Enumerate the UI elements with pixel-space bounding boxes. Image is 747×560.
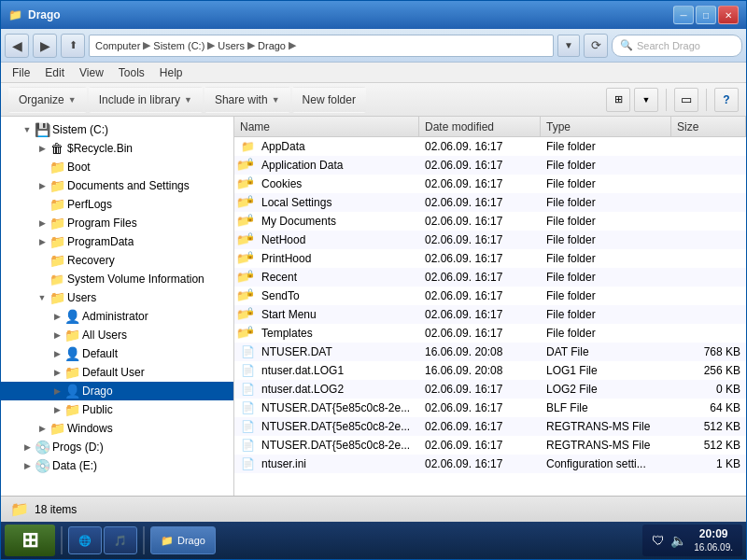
taskbar-item-media[interactable]: 🎵 [104, 526, 137, 554]
table-row[interactable]: 📄 ntuser.dat.LOG1 16.06.09. 20:08 LOG1 F… [234, 361, 746, 380]
sidebar-item-default[interactable]: ▶ 👤 Default [1, 344, 233, 363]
table-row[interactable]: 📄 ntuser.ini 02.06.09. 16:17 Configurati… [234, 455, 746, 473]
menu-tools[interactable]: Tools [111, 64, 152, 81]
table-row[interactable]: 📄 NTUSER.DAT{5e85c0c8-2e... 02.06.09. 16… [234, 399, 746, 417]
sidebar-item-boot[interactable]: 📁 Boot [1, 158, 233, 176]
taskbar-item-ie[interactable]: 🌐 [68, 526, 102, 554]
sidebar-item-windows[interactable]: ▶ 📁 Windows [1, 419, 233, 438]
file-name-label: Recent [261, 271, 297, 284]
table-row[interactable]: 📁🔒 Application Data 02.06.09. 16:17 File… [234, 156, 746, 175]
file-cell-name: 📁🔒 My Documents [234, 214, 419, 229]
file-type-label: File folder [546, 140, 596, 153]
minimize-button[interactable]: ─ [673, 6, 694, 24]
file-cell-type: File folder [541, 327, 671, 340]
refresh-button[interactable]: ⟳ [584, 34, 608, 58]
tree-label-perflogs: PerfLogs [67, 198, 112, 211]
tree-toggle-progs[interactable]: ▶ [20, 440, 35, 455]
breadcrumb-drago[interactable]: Drago [258, 40, 286, 51]
menu-help[interactable]: Help [152, 64, 190, 81]
table-row[interactable]: 📁🔒 NetHood 02.06.09. 16:17 File folder [234, 231, 746, 249]
table-row[interactable]: 📁🔒 PrintHood 02.06.09. 16:17 File folder [234, 249, 746, 268]
table-row[interactable]: 📄 NTUSER.DAT{5e85c0c8-2e... 02.06.09. 16… [234, 436, 746, 455]
breadcrumb-users[interactable]: Users [218, 40, 245, 51]
breadcrumb-sistem[interactable]: Sistem (C:) [153, 40, 204, 51]
include-library-button[interactable]: Include in library ▼ [89, 87, 203, 113]
taskbar-item-explorer[interactable]: 📁 Drago [150, 526, 216, 554]
preview-button[interactable]: ▭ [674, 88, 698, 112]
share-button[interactable]: Share with ▼ [204, 87, 290, 113]
tree-toggle-srecycle[interactable]: ▶ [35, 141, 49, 156]
sidebar-item-recovery[interactable]: 📁 Recovery [1, 251, 233, 270]
file-name-label: NetHood [261, 233, 305, 246]
sidebar-item-perflogs[interactable]: 📁 PerfLogs [1, 195, 233, 214]
col-header-name[interactable]: Name [234, 117, 419, 136]
forward-button[interactable]: ▶ [33, 34, 57, 58]
table-row[interactable]: 📁 AppData 02.06.09. 16:17 File folder [234, 137, 746, 156]
sidebar-item-srecycle[interactable]: ▶ 🗑 $Recycle.Bin [1, 139, 233, 158]
sidebar-item-docs[interactable]: ▶ 📁 Documents and Settings [1, 176, 233, 195]
close-button[interactable]: ✕ [718, 6, 739, 24]
start-button[interactable]: ⊞ [5, 525, 55, 556]
help-button[interactable]: ? [714, 88, 739, 112]
tree-toggle-default[interactable]: ▶ [49, 346, 64, 361]
table-row[interactable]: 📁🔒 Start Menu 02.06.09. 16:17 File folde… [234, 305, 746, 324]
sidebar-item-programfiles[interactable]: ▶ 📁 Program Files [1, 214, 233, 232]
table-row[interactable]: 📁🔒 Cookies 02.06.09. 16:17 File folder [234, 175, 746, 193]
col-header-date[interactable]: Date modified [419, 117, 541, 136]
breadcrumb-sep3: ▶ [247, 39, 255, 51]
table-row[interactable]: 📄 NTUSER.DAT{5e85c0c8-2e... 02.06.09. 16… [234, 417, 746, 436]
address-drop-button[interactable]: ▼ [557, 35, 580, 57]
tree-toggle-defaultuser[interactable]: ▶ [49, 365, 64, 380]
up-button[interactable]: ⬆ [61, 34, 85, 58]
column-headers: Name Date modified Type Size [234, 117, 746, 137]
menu-view[interactable]: View [72, 64, 111, 81]
tree-toggle-users[interactable]: ▼ [35, 290, 49, 305]
tree-toggle-docs[interactable]: ▶ [35, 178, 49, 193]
search-box[interactable]: 🔍 Search Drago [612, 35, 742, 57]
tree-toggle-allusers[interactable]: ▶ [49, 328, 64, 343]
sidebar-item-sysvolinfo[interactable]: 📁 System Volume Information [1, 270, 233, 288]
table-row[interactable]: 📄 ntuser.dat.LOG2 02.06.09. 16:17 LOG2 F… [234, 380, 746, 399]
sidebar-item-progs[interactable]: ▶ 💿 Progs (D:) [1, 438, 233, 456]
tree-toggle-programdata[interactable]: ▶ [35, 234, 49, 249]
tree-toggle-admin[interactable]: ▶ [49, 309, 64, 324]
taskbar: ⊞ 🌐 🎵 📁 Drago 🛡 🔈 20:09 16.06.09. [1, 522, 746, 559]
col-header-type[interactable]: Type [541, 117, 671, 136]
tree-toggle-programfiles[interactable]: ▶ [35, 216, 49, 231]
file-name-label: AppData [261, 140, 305, 153]
table-row[interactable]: 📁🔒 Templates 02.06.09. 16:17 File folder [234, 324, 746, 343]
table-row[interactable]: 📁🔒 Recent 02.06.09. 16:17 File folder [234, 268, 746, 287]
sidebar-item-users[interactable]: ▼ 📁 Users [1, 288, 233, 307]
tree-toggle-data[interactable]: ▶ [20, 458, 35, 473]
back-button[interactable]: ◀ [5, 34, 29, 58]
tree-label-programfiles: Program Files [67, 217, 137, 230]
sidebar-item-drago[interactable]: ▶ 👤 Drago [1, 382, 233, 400]
table-row[interactable]: 📄 NTUSER.DAT 16.06.09. 20:08 DAT File 76… [234, 343, 746, 361]
file-size-label: 1 KB [716, 457, 740, 470]
sidebar-item-programdata[interactable]: ▶ 📁 ProgramData [1, 232, 233, 251]
sidebar-item-allusers[interactable]: ▶ 📁 All Users [1, 326, 233, 344]
table-row[interactable]: 📁🔒 SendTo 02.06.09. 16:17 File folder [234, 287, 746, 305]
tree-toggle-public[interactable]: ▶ [49, 402, 64, 417]
sidebar-item-public[interactable]: ▶ 📁 Public [1, 400, 233, 419]
table-row[interactable]: 📁🔒 My Documents 02.06.09. 16:17 File fol… [234, 212, 746, 231]
organize-button[interactable]: Organize ▼ [8, 87, 87, 113]
sidebar-item-data[interactable]: ▶ 💿 Data (E:) [1, 456, 233, 475]
tree-toggle-windows[interactable]: ▶ [35, 421, 49, 436]
view-toggle-button[interactable]: ▼ [634, 88, 658, 112]
table-row[interactable]: 📁🔒 Local Settings 02.06.09. 16:17 File f… [234, 193, 746, 212]
view-details-button[interactable]: ⊞ [606, 88, 630, 112]
breadcrumb-computer[interactable]: Computer [95, 40, 140, 51]
sidebar-item-administrator[interactable]: ▶ 👤 Administrator [1, 307, 233, 326]
tree-toggle-sistem[interactable]: ▼ [20, 122, 35, 137]
menu-file[interactable]: File [5, 64, 37, 81]
address-bar[interactable]: Computer ▶ Sistem (C:) ▶ Users ▶ Drago ▶ [89, 35, 554, 57]
menu-edit[interactable]: Edit [37, 64, 72, 81]
maximize-button[interactable]: □ [696, 6, 716, 24]
col-header-size[interactable]: Size [671, 117, 746, 136]
sidebar-item-sistem[interactable]: ▼ 💾 Sistem (C:) [1, 120, 233, 139]
sidebar-item-defaultuser[interactable]: ▶ 📁 Default User [1, 363, 233, 382]
new-folder-button[interactable]: New folder [292, 87, 366, 113]
tree-toggle-drago[interactable]: ▶ [49, 384, 64, 399]
file-type-label: File folder [546, 271, 596, 284]
